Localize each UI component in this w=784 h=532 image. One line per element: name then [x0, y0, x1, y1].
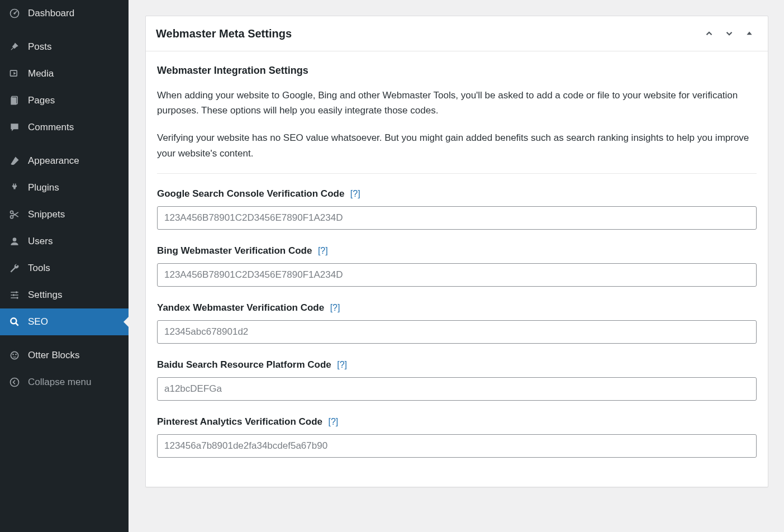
sidebar-item-label: Plugins [28, 182, 59, 193]
svg-point-1 [13, 12, 15, 14]
wrench-icon [7, 263, 22, 274]
sidebar-item-media[interactable]: Media [0, 60, 129, 87]
scissors-icon [7, 209, 22, 220]
description-1: When adding your website to Google, Bing… [157, 88, 757, 118]
bing-verification-input[interactable] [157, 263, 757, 287]
field-label-google: Google Search Console Verification Code [157, 188, 344, 199]
svg-rect-4 [11, 97, 16, 104]
sidebar-item-label: Collapse menu [28, 377, 91, 388]
svg-point-11 [11, 318, 16, 324]
sidebar-item-otter[interactable]: Otter Blocks [0, 342, 129, 369]
field-baidu: Baidu Search Resource Platform Code [?] [157, 359, 757, 401]
field-label-baidu: Baidu Search Resource Platform Code [157, 359, 331, 370]
yandex-verification-input[interactable] [157, 320, 757, 344]
sidebar-item-label: Settings [28, 289, 62, 301]
help-link-pinterest[interactable]: [?] [328, 417, 338, 426]
plug-icon [7, 182, 22, 193]
panel-header: Webmaster Meta Settings [146, 16, 768, 51]
panel-move-up-button[interactable] [701, 25, 718, 42]
sidebar-item-label: Otter Blocks [28, 350, 80, 361]
help-link-bing[interactable]: [?] [318, 246, 328, 255]
section-title: Webmaster Integration Settings [157, 65, 757, 77]
svg-point-12 [11, 352, 18, 359]
svg-point-13 [12, 354, 14, 355]
sidebar-item-label: Pages [28, 95, 55, 106]
main-content: Webmaster Meta Settings Webmaster Integr… [129, 0, 784, 532]
sidebar-item-label: Snippets [28, 209, 65, 220]
dashboard-icon [7, 8, 22, 19]
google-verification-input[interactable] [157, 206, 757, 230]
sidebar-item-snippets[interactable]: Snippets [0, 201, 129, 228]
otter-icon [7, 350, 22, 361]
sliders-icon [7, 289, 22, 301]
svg-point-8 [16, 291, 17, 293]
sidebar-item-dashboard[interactable]: Dashboard [0, 0, 129, 27]
sidebar-item-label: Comments [28, 122, 74, 133]
help-link-google[interactable]: [?] [350, 189, 360, 198]
sidebar-item-pages[interactable]: Pages [0, 87, 129, 114]
panel-toggle-button[interactable] [741, 25, 758, 42]
svg-point-15 [11, 378, 19, 387]
user-icon [7, 236, 22, 247]
sidebar-item-label: SEO [28, 316, 48, 327]
sidebar-item-tools[interactable]: Tools [0, 255, 129, 282]
sidebar-item-label: Appearance [28, 155, 79, 167]
media-icon [7, 68, 22, 79]
brush-icon [7, 155, 22, 167]
pinterest-verification-input[interactable] [157, 434, 757, 458]
pages-icon [7, 95, 22, 106]
sidebar-item-settings[interactable]: Settings [0, 282, 129, 308]
svg-point-10 [16, 297, 18, 298]
field-label-pinterest: Pinterest Analytics Verification Code [157, 416, 322, 427]
field-label-bing: Bing Webmaster Verification Code [157, 245, 312, 256]
divider [157, 173, 757, 174]
svg-point-9 [13, 294, 15, 296]
field-google: Google Search Console Verification Code … [157, 188, 757, 230]
pin-icon [7, 41, 22, 53]
svg-point-7 [13, 238, 17, 241]
help-link-yandex[interactable]: [?] [330, 303, 340, 312]
admin-sidebar: Dashboard Posts Media Pages [0, 0, 129, 532]
panel-body: Webmaster Integration Settings When addi… [146, 51, 768, 487]
sidebar-item-seo[interactable]: SEO [0, 308, 129, 335]
help-link-baidu[interactable]: [?] [337, 360, 347, 369]
panel-move-down-button[interactable] [721, 25, 738, 42]
sidebar-item-label: Dashboard [28, 8, 74, 19]
sidebar-item-posts[interactable]: Posts [0, 34, 129, 60]
svg-point-14 [15, 354, 17, 355]
collapse-icon [7, 377, 22, 388]
sidebar-item-comments[interactable]: Comments [0, 114, 129, 141]
sidebar-item-plugins[interactable]: Plugins [0, 174, 129, 201]
sidebar-item-label: Tools [28, 263, 50, 274]
sidebar-item-label: Posts [28, 41, 52, 53]
sidebar-item-collapse[interactable]: Collapse menu [0, 369, 129, 396]
baidu-verification-input[interactable] [157, 377, 757, 401]
search-icon [7, 316, 22, 327]
sidebar-item-users[interactable]: Users [0, 228, 129, 255]
sidebar-item-label: Media [28, 68, 54, 79]
sidebar-item-label: Users [28, 236, 53, 247]
field-label-yandex: Yandex Webmaster Verification Code [157, 302, 324, 313]
webmaster-meta-panel: Webmaster Meta Settings Webmaster Integr… [145, 16, 768, 487]
sidebar-item-appearance[interactable]: Appearance [0, 148, 129, 174]
field-bing: Bing Webmaster Verification Code [?] [157, 245, 757, 287]
description-2: Verifying your website has no SEO value … [157, 130, 757, 160]
field-yandex: Yandex Webmaster Verification Code [?] [157, 302, 757, 344]
field-pinterest: Pinterest Analytics Verification Code [?… [157, 416, 757, 458]
comments-icon [7, 122, 22, 133]
panel-title: Webmaster Meta Settings [156, 27, 697, 40]
